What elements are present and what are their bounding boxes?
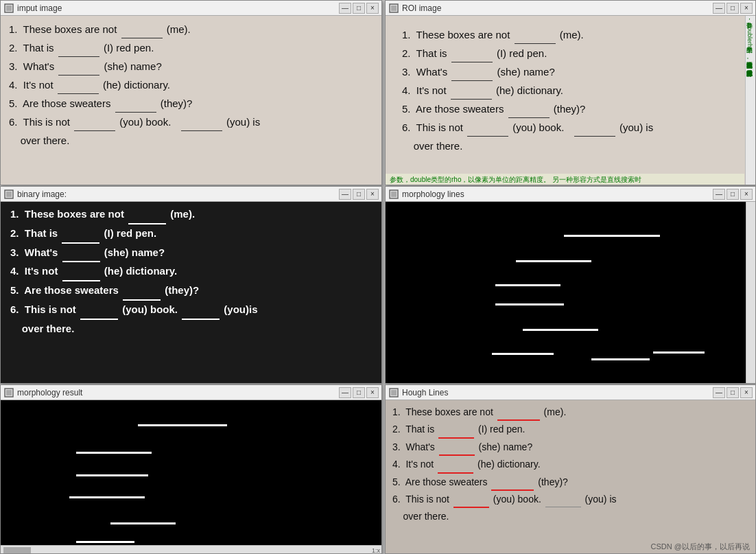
hough-blank-2: [438, 422, 474, 438]
morphlines-scrollbar[interactable]: [746, 202, 755, 384]
morphresult-scrollbar-h[interactable]: 1:x: [1, 545, 381, 554]
morphology-result-window: morphology result — □ × 1:x: [0, 384, 382, 554]
binary-minimize-btn[interactable]: —: [339, 189, 351, 200]
hough-minimize-btn[interactable]: —: [713, 387, 725, 398]
input-icon: [3, 3, 14, 14]
hough-titlebar: Hough Lines — □ ×: [386, 385, 755, 400]
morphlines-minimize-btn[interactable]: —: [713, 189, 725, 200]
hough-restore-btn[interactable]: □: [727, 387, 739, 398]
b-blank-6a: [80, 301, 118, 320]
hough-window-controls[interactable]: — □ ×: [713, 387, 753, 398]
roi-blank-3: [451, 64, 493, 81]
roi-sidetext: 参数，double类型的rho，以像素为单位的距离精度。 另一种形容方式是直线搜…: [745, 16, 755, 185]
roi-icon: [388, 3, 399, 14]
morphlines-window-controls[interactable]: — □ ×: [713, 189, 753, 200]
roi-blank-6a: [467, 119, 508, 137]
roi-line-2: 2. That is (I) red pen.: [402, 45, 732, 62]
roi-close-btn[interactable]: ×: [740, 3, 753, 14]
input-title: imput image: [17, 3, 339, 13]
hough-blank-5: [491, 474, 534, 491]
roi-blank-4: [451, 82, 492, 100]
b-blank-3: [62, 244, 100, 263]
input-window-controls[interactable]: — □ ×: [339, 3, 379, 14]
hough-line-4: 4. It's not (he) dictionary.: [392, 457, 748, 473]
roi-window-controls[interactable]: — □ ×: [713, 3, 753, 14]
morphresult-close-btn[interactable]: ×: [366, 387, 379, 398]
morphresult-seg-1: [138, 424, 227, 426]
blank-2: [58, 40, 99, 57]
morphlines-titlebar: morphology lines — □ ×: [386, 187, 755, 202]
hough-blank-4: [438, 457, 473, 473]
input-restore-btn[interactable]: □: [353, 3, 365, 14]
morphline-seg-5: [523, 329, 598, 331]
roi-title: ROI image: [402, 3, 713, 13]
morphresult-seg-4: [69, 496, 145, 498]
morphline-seg-2: [516, 260, 591, 262]
svg-rect-3: [391, 5, 397, 11]
roi-line-7: over there.: [402, 138, 732, 154]
binary-close-btn[interactable]: ×: [366, 189, 379, 200]
binary-line-7: over there.: [10, 321, 372, 338]
morphresult-minimize-btn[interactable]: —: [339, 387, 351, 398]
binary-line-5: 5. Are those sweaters (they)?: [10, 282, 372, 301]
morphlines-icon: [388, 189, 399, 200]
morphresult-restore-btn[interactable]: □: [353, 387, 365, 398]
input-line-3: 3. What's (she) name?: [9, 58, 373, 76]
morphresult-scroll-thumb[interactable]: [3, 547, 31, 554]
morphresult-window-controls[interactable]: — □ ×: [339, 387, 379, 398]
binary-content: 1. These boxes are not (me). 2. That is …: [1, 202, 381, 384]
hough-watermark: CSDN @以后的事，以后再说: [651, 542, 750, 552]
blank-5: [115, 95, 156, 113]
binary-restore-btn[interactable]: □: [353, 189, 365, 200]
input-close-btn[interactable]: ×: [366, 3, 379, 14]
binary-line-4: 4. It's not (he) dictionary.: [10, 263, 372, 281]
morphlines-restore-btn[interactable]: □: [727, 189, 739, 200]
hough-blank-6b: [545, 492, 581, 507]
morphlines-content: [386, 202, 755, 384]
svg-rect-9: [6, 390, 12, 395]
binary-titlebar: binary image: — □ ×: [1, 187, 381, 202]
input-line-2: 2. That is (I) red pen.: [9, 40, 373, 57]
roi-restore-btn[interactable]: □: [727, 3, 739, 14]
input-line-4: 4. It's not (he) dictionary.: [9, 77, 373, 94]
input-minimize-btn[interactable]: —: [339, 3, 351, 14]
roi-minimize-btn[interactable]: —: [713, 3, 725, 14]
binary-line-2: 2. That is (I) red pen.: [10, 225, 372, 244]
blank-4: [58, 77, 99, 94]
morphresult-seg-5a: [110, 522, 176, 524]
svg-rect-11: [391, 390, 397, 395]
roi-blank-5: [508, 101, 550, 118]
blank-1: [121, 21, 163, 38]
morphresult-title: morphology result: [17, 388, 339, 397]
roi-param-green: 参数，double类型的rho，以像素为单位的距离精度。 另一种形容方式是直线搜…: [390, 176, 641, 183]
input-line-5: 5. Are those sweaters (they)?: [9, 95, 373, 113]
b-blank-1: [128, 206, 166, 224]
b-blank-6b: [182, 301, 220, 320]
input-line-7: over there.: [9, 132, 373, 149]
binary-line-3: 3. What's (she) name?: [10, 244, 372, 263]
hough-title: Hough Lines: [402, 388, 713, 397]
morphline-seg-4: [495, 303, 564, 305]
morphresult-seg-2: [76, 452, 152, 454]
morphresult-scroll-label: 1:x: [372, 547, 380, 554]
morphresult-content: 1:x: [1, 400, 381, 554]
morphlines-close-btn[interactable]: ×: [740, 189, 753, 200]
roi-line-4: 4. It's not (he) dictionary.: [402, 82, 732, 100]
svg-rect-7: [391, 192, 397, 197]
binary-window-controls[interactable]: — □ ×: [339, 189, 379, 200]
roi-blank-6b: [574, 119, 615, 137]
hough-lines-window: Hough Lines — □ × 1. These boxes are not…: [385, 384, 756, 554]
input-titlebar: imput image — □ ×: [1, 1, 381, 16]
roi-image-window: ROI image — □ × 1. These boxes are not (…: [385, 0, 756, 185]
morphresult-seg-3: [76, 474, 148, 476]
input-line-6: 6. This is not (you) book. (you) is: [9, 114, 373, 131]
input-content: 1. These boxes are not (me). 2. That is …: [1, 16, 381, 185]
roi-line-6: 6. This is not (you) book. (you) is: [402, 119, 732, 137]
b-blank-2: [62, 225, 99, 244]
roi-titlebar: ROI image — □ ×: [386, 1, 755, 16]
morphline-seg-6c: [653, 351, 705, 354]
morphline-seg-1: [564, 235, 660, 237]
binary-line-1: 1. These boxes are not (me).: [10, 206, 372, 224]
hough-close-btn[interactable]: ×: [740, 387, 753, 398]
binary-line-6: 6. This is not (you) book. (you)is: [10, 301, 372, 320]
